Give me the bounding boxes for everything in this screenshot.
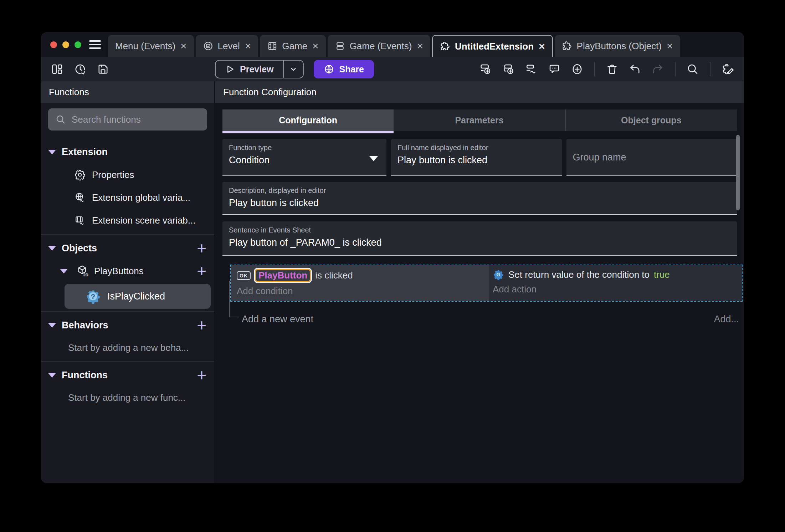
action-line[interactable]: G Set return value of the condition to t…	[493, 269, 742, 280]
circle-plus-icon	[571, 63, 584, 76]
redo-button[interactable]	[650, 61, 666, 77]
tab-game[interactable]: Game ×	[260, 35, 325, 57]
search-events-button[interactable]	[685, 61, 701, 77]
page-title: Function Configuration	[223, 87, 317, 98]
add-event-button[interactable]	[478, 61, 494, 77]
preview-options-button[interactable]	[283, 61, 303, 78]
gear-icon	[74, 169, 86, 180]
tab-game-events[interactable]: Game (Events) ×	[328, 35, 430, 57]
section-behaviors[interactable]: Behaviors +	[41, 314, 214, 337]
window-tab-bar: Menu (Events) × Level ×	[41, 32, 744, 57]
condition-line[interactable]: OK PlayButton is clicked	[237, 269, 489, 282]
add-condition-link[interactable]: Add condition	[237, 286, 489, 297]
tab-menu-events[interactable]: Menu (Events) ×	[108, 35, 194, 57]
add-other-events-icon	[525, 63, 538, 76]
add-action-link[interactable]: Add action	[493, 284, 742, 295]
tab-playbuttons-object[interactable]: PlayButtons (Object) ×	[555, 35, 680, 57]
delete-button[interactable]	[604, 61, 620, 77]
function-type-select[interactable]: Function type Condition	[222, 139, 386, 176]
tab-level[interactable]: Level ×	[196, 35, 258, 57]
tab-label: Menu (Events)	[115, 41, 175, 52]
add-comment-button[interactable]	[547, 61, 562, 77]
minimize-window-button[interactable]	[62, 41, 69, 48]
choose-and-add-event-button[interactable]	[569, 61, 585, 77]
globe-variable-icon	[74, 192, 86, 203]
add-more-link[interactable]: Add...	[714, 314, 739, 325]
condition-text: is clicked	[315, 270, 353, 281]
version-history-button[interactable]	[72, 61, 88, 77]
tab-configuration[interactable]: Configuration	[222, 109, 394, 131]
close-icon[interactable]: ×	[245, 41, 251, 51]
dropdown-caret-icon	[369, 156, 378, 161]
tree-item-extension-global-variables[interactable]: Extension global varia...	[41, 186, 214, 209]
tree-item-label: PlayButtons	[94, 266, 144, 277]
save-button[interactable]	[95, 61, 111, 77]
event-row[interactable]: OK PlayButton is clicked Add condition G	[230, 265, 743, 302]
chevron-down-icon	[48, 246, 56, 251]
tree-item-label: IsPlayClicked	[107, 291, 165, 302]
tab-untitled-extension[interactable]: UntitledExtension ×	[432, 35, 553, 57]
sentence-input[interactable]	[229, 237, 730, 248]
desktop-background: Menu (Events) × Level ×	[0, 0, 785, 532]
tree-divider	[41, 361, 214, 362]
sentence-field[interactable]: Sentence in Events Sheet	[222, 221, 737, 256]
function-configuration-panel: Function Configuration Configuration Par…	[215, 81, 744, 483]
section-extension[interactable]: Extension	[41, 140, 214, 163]
search-functions-box[interactable]	[48, 108, 207, 131]
section-objects[interactable]: Objects +	[41, 237, 214, 260]
close-icon[interactable]: ×	[417, 41, 423, 51]
actions-column: G Set return value of the condition to t…	[489, 265, 742, 301]
close-icon[interactable]: ×	[180, 41, 187, 51]
group-name-input[interactable]	[573, 152, 731, 163]
history-clock-icon	[74, 63, 87, 76]
add-function-button[interactable]: +	[197, 369, 206, 382]
group-name-field[interactable]	[566, 139, 737, 176]
cube-2d-icon: 2D	[76, 265, 89, 277]
full-name-field[interactable]: Full name displayed in editor	[391, 139, 562, 176]
section-label: Extension	[62, 147, 108, 158]
edit-extension-button[interactable]	[720, 61, 735, 77]
add-behavior-button[interactable]: +	[197, 319, 206, 332]
action-value[interactable]: true	[654, 269, 670, 280]
gdevelop-window: Menu (Events) × Level ×	[41, 32, 744, 483]
main-menu-icon[interactable]	[89, 40, 101, 49]
close-icon[interactable]: ×	[667, 41, 673, 51]
configuration-tabs: Configuration Parameters Object groups	[222, 109, 737, 131]
tab-object-groups[interactable]: Object groups	[565, 109, 737, 131]
tree-item-properties[interactable]: Properties	[41, 163, 214, 186]
add-other-events-button[interactable]	[524, 61, 539, 77]
maximize-window-button[interactable]	[75, 41, 81, 48]
close-icon[interactable]: ×	[312, 41, 319, 51]
close-icon[interactable]: ×	[539, 41, 545, 52]
condition-object-chip[interactable]: PlayButton	[255, 269, 311, 282]
g-glyph: G	[496, 272, 500, 277]
add-object-button[interactable]: +	[197, 242, 206, 255]
description-input[interactable]	[229, 198, 730, 209]
share-button[interactable]: Share	[314, 60, 374, 78]
event-tree-connector	[229, 281, 239, 317]
tab-parameters[interactable]: Parameters	[394, 109, 565, 131]
add-new-event-link[interactable]: Add a new event	[242, 314, 313, 325]
undo-button[interactable]	[627, 61, 643, 77]
tree-item-playbuttons-object[interactable]: 2D PlayButtons +	[41, 260, 214, 282]
trash-icon	[606, 63, 619, 76]
search-functions-input[interactable]	[72, 114, 200, 125]
chevron-down-icon	[48, 150, 56, 154]
toggle-projects-panel-button[interactable]	[50, 61, 65, 77]
full-name-input[interactable]	[397, 155, 555, 166]
functions-sidebar: Functions Extension	[41, 81, 215, 483]
events-sheet: OK PlayButton is clicked Add condition G	[215, 265, 744, 483]
events-sheet-icon	[335, 41, 345, 51]
add-object-function-button[interactable]: +	[197, 265, 206, 278]
add-subevent-button[interactable]	[501, 61, 517, 77]
badge-2d: 2D	[83, 273, 88, 277]
preview-button[interactable]: Preview	[216, 61, 283, 78]
tree-item-isplayclicked-function[interactable]: ? IsPlayClicked	[65, 284, 211, 309]
section-functions[interactable]: Functions +	[41, 364, 214, 387]
close-window-button[interactable]	[50, 41, 57, 48]
save-icon	[97, 63, 109, 76]
description-field[interactable]: Description, displayed in editor	[222, 182, 737, 215]
main-scrollbar[interactable]	[736, 135, 740, 210]
tree-item-extension-scene-variables[interactable]: Extension scene variab...	[41, 209, 214, 232]
chevron-down-icon	[289, 65, 298, 74]
